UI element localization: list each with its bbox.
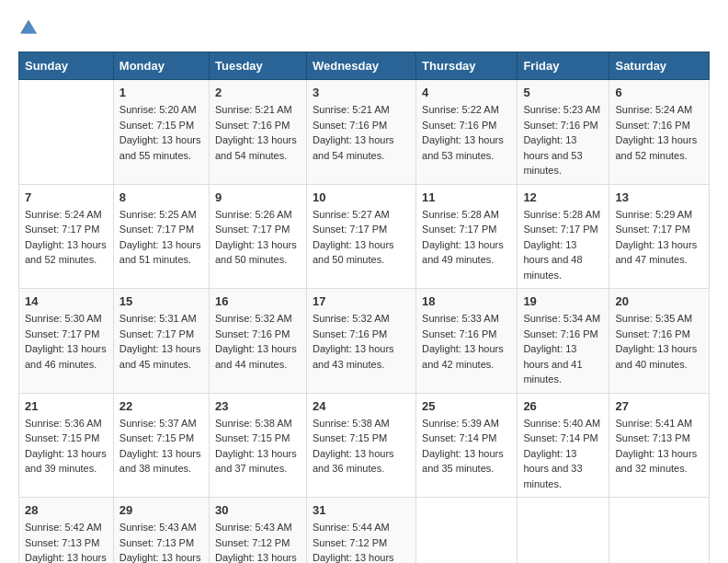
day-info: Sunrise: 5:28 AM Sunset: 7:17 PM Dayligh… bbox=[422, 207, 511, 268]
sunset-text: Sunset: 7:16 PM bbox=[313, 120, 387, 131]
daylight-text: Daylight: 13 hours and 44 minutes. bbox=[215, 343, 297, 370]
day-cell: 21 Sunrise: 5:36 AM Sunset: 7:15 PM Dayl… bbox=[19, 393, 114, 498]
sunset-text: Sunset: 7:13 PM bbox=[25, 537, 99, 548]
daylight-text: Daylight: 13 hours and 35 minutes. bbox=[422, 448, 504, 475]
day-info: Sunrise: 5:21 AM Sunset: 7:16 PM Dayligh… bbox=[215, 102, 301, 163]
day-info: Sunrise: 5:26 AM Sunset: 7:17 PM Dayligh… bbox=[215, 207, 301, 268]
sunrise-text: Sunrise: 5:40 AM bbox=[523, 418, 600, 429]
sunrise-text: Sunrise: 5:31 AM bbox=[119, 313, 197, 324]
daylight-text: Daylight: 13 hours and 41 minutes. bbox=[523, 343, 582, 385]
day-info: Sunrise: 5:25 AM Sunset: 7:17 PM Dayligh… bbox=[119, 207, 203, 268]
day-number: 18 bbox=[422, 294, 511, 308]
day-number: 31 bbox=[313, 503, 410, 517]
sunrise-text: Sunrise: 5:29 AM bbox=[615, 209, 692, 220]
sunrise-text: Sunrise: 5:24 AM bbox=[615, 104, 692, 115]
sunrise-text: Sunrise: 5:21 AM bbox=[215, 104, 292, 115]
daylight-text: Daylight: 13 hours and 37 minutes. bbox=[215, 448, 297, 475]
sunset-text: Sunset: 7:17 PM bbox=[422, 224, 496, 235]
sunrise-text: Sunrise: 5:27 AM bbox=[313, 209, 390, 220]
sunset-text: Sunset: 7:17 PM bbox=[615, 224, 689, 235]
logo-icon bbox=[20, 18, 37, 35]
calendar-body: 1 Sunrise: 5:20 AM Sunset: 7:15 PM Dayli… bbox=[19, 80, 710, 564]
day-number: 26 bbox=[523, 399, 603, 413]
header-cell-saturday: Saturday bbox=[609, 52, 710, 80]
daylight-text: Daylight: 13 hours and 42 minutes. bbox=[422, 343, 504, 370]
week-row-2: 7 Sunrise: 5:24 AM Sunset: 7:17 PM Dayli… bbox=[19, 184, 710, 289]
day-number: 25 bbox=[422, 399, 511, 413]
daylight-text: Daylight: 13 hours and 52 minutes. bbox=[25, 239, 107, 266]
sunset-text: Sunset: 7:17 PM bbox=[313, 224, 387, 235]
sunrise-text: Sunrise: 5:26 AM bbox=[215, 209, 292, 220]
day-info: Sunrise: 5:37 AM Sunset: 7:15 PM Dayligh… bbox=[119, 416, 203, 477]
daylight-text: Daylight: 13 hours and 50 minutes. bbox=[313, 239, 394, 266]
sunrise-text: Sunrise: 5:23 AM bbox=[523, 104, 600, 115]
day-number: 6 bbox=[615, 86, 703, 99]
daylight-text: Daylight: 13 hours and 47 minutes. bbox=[615, 239, 697, 266]
daylight-text: Daylight: 13 hours and 48 minutes. bbox=[523, 239, 582, 281]
sunrise-text: Sunrise: 5:28 AM bbox=[422, 209, 499, 220]
sunrise-text: Sunrise: 5:41 AM bbox=[615, 418, 692, 429]
week-row-5: 28 Sunrise: 5:42 AM Sunset: 7:13 PM Dayl… bbox=[19, 498, 710, 564]
day-number: 29 bbox=[119, 503, 203, 517]
daylight-text: Daylight: 13 hours and 45 minutes. bbox=[119, 343, 201, 370]
sunrise-text: Sunrise: 5:38 AM bbox=[313, 418, 390, 429]
day-number: 13 bbox=[615, 190, 703, 204]
day-cell: 14 Sunrise: 5:30 AM Sunset: 7:17 PM Dayl… bbox=[19, 289, 114, 394]
day-number: 19 bbox=[523, 294, 603, 308]
day-number: 16 bbox=[215, 294, 301, 308]
day-info: Sunrise: 5:31 AM Sunset: 7:17 PM Dayligh… bbox=[119, 311, 203, 372]
day-cell: 4 Sunrise: 5:22 AM Sunset: 7:16 PM Dayli… bbox=[416, 80, 518, 185]
sunrise-text: Sunrise: 5:36 AM bbox=[25, 418, 102, 429]
header-cell-monday: Monday bbox=[113, 52, 209, 80]
sunrise-text: Sunrise: 5:37 AM bbox=[119, 418, 197, 429]
day-info: Sunrise: 5:20 AM Sunset: 7:15 PM Dayligh… bbox=[119, 102, 203, 163]
logo bbox=[18, 18, 37, 37]
sunset-text: Sunset: 7:15 PM bbox=[25, 432, 99, 443]
daylight-text: Daylight: 13 hours and 33 minutes. bbox=[523, 448, 582, 489]
header-cell-friday: Friday bbox=[518, 52, 609, 80]
sunset-text: Sunset: 7:17 PM bbox=[25, 224, 99, 235]
sunrise-text: Sunrise: 5:20 AM bbox=[119, 104, 197, 115]
day-info: Sunrise: 5:24 AM Sunset: 7:17 PM Dayligh… bbox=[25, 207, 108, 268]
day-info: Sunrise: 5:34 AM Sunset: 7:16 PM Dayligh… bbox=[523, 311, 603, 387]
header-cell-wednesday: Wednesday bbox=[306, 52, 415, 80]
sunset-text: Sunset: 7:16 PM bbox=[523, 328, 597, 339]
day-info: Sunrise: 5:35 AM Sunset: 7:16 PM Dayligh… bbox=[615, 311, 703, 372]
daylight-text: Daylight: 13 hours and 51 minutes. bbox=[119, 239, 201, 266]
day-number: 17 bbox=[313, 294, 410, 308]
sunset-text: Sunset: 7:15 PM bbox=[313, 432, 387, 443]
day-info: Sunrise: 5:41 AM Sunset: 7:13 PM Dayligh… bbox=[615, 416, 703, 477]
day-cell: 1 Sunrise: 5:20 AM Sunset: 7:15 PM Dayli… bbox=[113, 80, 209, 185]
daylight-text: Daylight: 13 hours and 50 minutes. bbox=[215, 239, 297, 266]
day-number: 9 bbox=[215, 190, 301, 204]
day-number: 12 bbox=[523, 190, 603, 204]
sunset-text: Sunset: 7:15 PM bbox=[119, 120, 194, 131]
sunrise-text: Sunrise: 5:32 AM bbox=[313, 313, 390, 324]
day-cell: 29 Sunrise: 5:43 AM Sunset: 7:13 PM Dayl… bbox=[113, 498, 209, 564]
sunrise-text: Sunrise: 5:42 AM bbox=[25, 522, 102, 533]
day-number: 11 bbox=[422, 190, 511, 204]
calendar-header: SundayMondayTuesdayWednesdayThursdayFrid… bbox=[19, 52, 710, 80]
daylight-text: Daylight: 13 hours and 49 minutes. bbox=[422, 239, 504, 266]
sunset-text: Sunset: 7:16 PM bbox=[615, 120, 689, 131]
day-cell: 16 Sunrise: 5:32 AM Sunset: 7:16 PM Dayl… bbox=[210, 289, 307, 394]
calendar-table: SundayMondayTuesdayWednesdayThursdayFrid… bbox=[18, 52, 710, 563]
day-cell bbox=[416, 498, 518, 564]
day-number: 2 bbox=[215, 86, 301, 99]
daylight-text: Daylight: 13 hours and 27 minutes. bbox=[313, 552, 394, 563]
sunset-text: Sunset: 7:17 PM bbox=[523, 224, 597, 235]
day-cell: 13 Sunrise: 5:29 AM Sunset: 7:17 PM Dayl… bbox=[609, 184, 710, 289]
sunrise-text: Sunrise: 5:32 AM bbox=[215, 313, 292, 324]
sunset-text: Sunset: 7:13 PM bbox=[119, 537, 194, 548]
sunset-text: Sunset: 7:15 PM bbox=[119, 432, 194, 443]
sunrise-text: Sunrise: 5:38 AM bbox=[215, 418, 292, 429]
sunset-text: Sunset: 7:17 PM bbox=[215, 224, 290, 235]
daylight-text: Daylight: 13 hours and 40 minutes. bbox=[615, 343, 697, 370]
day-cell: 10 Sunrise: 5:27 AM Sunset: 7:17 PM Dayl… bbox=[306, 184, 415, 289]
day-cell: 12 Sunrise: 5:28 AM Sunset: 7:17 PM Dayl… bbox=[518, 184, 609, 289]
daylight-text: Daylight: 13 hours and 39 minutes. bbox=[25, 448, 107, 475]
day-cell: 19 Sunrise: 5:34 AM Sunset: 7:16 PM Dayl… bbox=[518, 289, 609, 394]
sunset-text: Sunset: 7:15 PM bbox=[215, 432, 290, 443]
day-number: 8 bbox=[119, 190, 203, 204]
day-cell: 8 Sunrise: 5:25 AM Sunset: 7:17 PM Dayli… bbox=[113, 184, 209, 289]
